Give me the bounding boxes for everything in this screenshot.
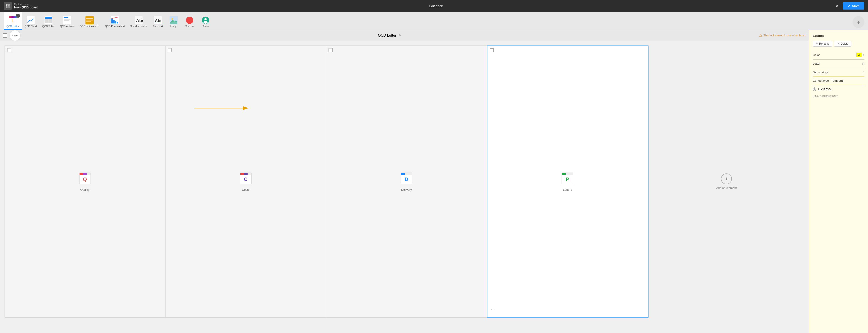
- warning-icon: ⚠: [759, 33, 762, 37]
- free-text-icon: Abc: [153, 16, 162, 24]
- add-element-cell[interactable]: + Add an element: [649, 46, 804, 317]
- canvas-wrapper: Reset QCD Letter ✎ ⚠ This tool is used i…: [0, 30, 809, 333]
- svg-rect-19: [86, 21, 91, 22]
- svg-rect-0: [6, 4, 7, 6]
- svg-text:Abc: Abc: [136, 18, 143, 23]
- svg-rect-12: [64, 17, 68, 18]
- standard-notes-label: Standard notes: [130, 25, 147, 28]
- panel-actions: ✎ Rename ✕ Delete: [813, 41, 864, 47]
- close-button[interactable]: ✕: [833, 2, 841, 9]
- svg-rect-3: [8, 6, 10, 8]
- element-costs[interactable]: C Costs: [165, 46, 326, 317]
- toolbar-item-qcd-letter[interactable]: − L QCD Letter: [4, 12, 22, 30]
- toolbar-item-free-text[interactable]: Abc Free text: [150, 12, 166, 30]
- svg-rect-23: [115, 21, 116, 23]
- select-all-checkbox[interactable]: [3, 33, 7, 38]
- toolbar-item-qcd-actions[interactable]: QCD Actions: [57, 12, 77, 30]
- qcd-letter-icon: L: [8, 16, 17, 24]
- right-panel: Letters ✎ Rename ✕ Delete Color A › Lett…: [809, 30, 868, 333]
- panel-title: Letters: [813, 34, 864, 37]
- title-bar-text: My trial room New QCD board: [14, 3, 38, 9]
- letters-checkbox[interactable]: [490, 48, 494, 52]
- toolbar-item-qcd-chart[interactable]: QCD Chart: [22, 12, 39, 30]
- external-label: External: [818, 87, 832, 91]
- quality-checkbox[interactable]: [7, 48, 11, 52]
- letters-label: Letters: [563, 188, 572, 191]
- standard-notes-icon: Abc: [134, 16, 143, 24]
- edit-title-icon[interactable]: ✎: [399, 33, 402, 37]
- toolbar-item-stickers[interactable]: Stickers: [182, 12, 197, 30]
- canvas-header: Reset QCD Letter ✎ ⚠ This tool is used i…: [0, 30, 809, 41]
- external-radio[interactable]: [813, 87, 816, 91]
- svg-rect-18: [86, 20, 93, 21]
- svg-rect-6: [45, 17, 52, 19]
- reset-button[interactable]: Reset: [9, 30, 21, 41]
- toolbar-item-qcd-table[interactable]: QCD Table: [39, 12, 57, 30]
- rename-label: Rename: [819, 42, 829, 45]
- svg-rect-13: [64, 19, 70, 20]
- toolbar-item-image[interactable]: Image: [166, 12, 182, 30]
- svg-rect-9: [45, 21, 48, 23]
- rings-label: Set up rings: [813, 71, 829, 74]
- color-label: Color: [813, 53, 820, 57]
- svg-rect-7: [45, 19, 48, 21]
- back-arrow-icon[interactable]: ←: [490, 306, 495, 312]
- team-label: Team: [203, 25, 209, 28]
- title-bar-left: My trial room New QCD board: [4, 2, 38, 10]
- svg-rect-1: [8, 4, 10, 6]
- toolbar-item-qcd-action-cards[interactable]: QCD action cards: [77, 12, 102, 30]
- qcd-chart-label: QCD Chart: [25, 25, 37, 28]
- svg-point-35: [204, 21, 208, 24]
- stickers-icon: [185, 16, 194, 24]
- element-quality[interactable]: Q Quality: [4, 46, 165, 317]
- add-element-label: Add an element: [716, 186, 737, 190]
- delivery-checkbox[interactable]: [329, 48, 333, 52]
- svg-rect-14: [64, 20, 69, 21]
- qcd-table-icon: [44, 16, 53, 24]
- add-tool-button[interactable]: +: [852, 16, 864, 28]
- svg-point-34: [205, 18, 207, 20]
- toolbar-item-team[interactable]: Team: [197, 12, 214, 30]
- letter-row[interactable]: Letter P: [813, 60, 864, 68]
- costs-checkbox[interactable]: [168, 48, 172, 52]
- qcd-actions-icon: [63, 16, 72, 24]
- title-bar: My trial room New QCD board Edit dock ✕ …: [0, 0, 868, 12]
- delete-button[interactable]: ✕ Delete: [834, 41, 851, 47]
- warning-area: ⚠ This tool is used in one other board: [759, 33, 806, 37]
- external-row[interactable]: External: [813, 85, 864, 93]
- quality-label: Quality: [80, 188, 89, 191]
- canvas-title: QCD Letter: [378, 33, 396, 37]
- svg-rect-2: [6, 6, 7, 8]
- board-name: New QCD board: [14, 5, 38, 9]
- color-row[interactable]: Color A ›: [813, 50, 864, 60]
- toolbar: − L QCD Letter QCD Chart: [0, 12, 868, 30]
- letter-value: P: [862, 62, 864, 65]
- stickers-label: Stickers: [185, 25, 194, 28]
- remove-badge[interactable]: −: [16, 13, 20, 18]
- delivery-icon: D: [400, 172, 413, 185]
- elements-grid: Q Quality C Costs: [0, 41, 809, 322]
- save-check-icon: ✓: [848, 4, 850, 8]
- toolbar-item-standard-notes[interactable]: Abc Standard notes: [128, 12, 150, 30]
- dialog-title: Edit dock: [429, 4, 443, 8]
- qcd-pareto-icon: [110, 16, 119, 24]
- qcd-table-label: QCD Table: [42, 25, 55, 28]
- cutout-row: Cut-out type : Temporal: [813, 77, 864, 85]
- add-element-icon: +: [721, 173, 732, 184]
- delete-icon: ✕: [837, 42, 839, 45]
- save-button[interactable]: ✓ Save: [843, 2, 864, 9]
- toolbar-item-qcd-pareto[interactable]: QCD Pareto chart: [102, 12, 127, 30]
- quality-icon: Q: [78, 172, 92, 185]
- main-area: Reset QCD Letter ✎ ⚠ This tool is used i…: [0, 30, 868, 333]
- element-delivery[interactable]: D Delivery: [326, 46, 487, 317]
- rename-button[interactable]: ✎ Rename: [813, 41, 832, 47]
- qcd-action-cards-icon: [85, 16, 94, 24]
- color-indicator: A: [857, 53, 862, 57]
- svg-rect-17: [86, 18, 93, 19]
- image-label: Image: [170, 25, 177, 28]
- element-letters[interactable]: P Letters ←: [487, 46, 648, 317]
- qcd-letter-label: QCD Letter: [6, 25, 19, 28]
- rings-row[interactable]: Set up rings ›: [813, 68, 864, 77]
- svg-rect-8: [49, 19, 52, 21]
- svg-rect-21: [112, 19, 113, 23]
